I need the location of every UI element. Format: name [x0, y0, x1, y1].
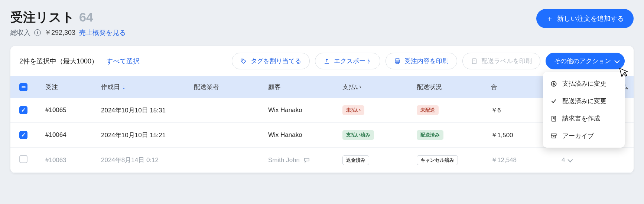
col-order[interactable]: 受注 [45, 83, 101, 91]
bulk-toolbar: 2件を選択中（最大1000） すべて選択 タグを割り当てる エクスポート 受注内… [10, 46, 634, 76]
shipping-badge: 配送済み [417, 130, 443, 140]
export-label: エクスポート [334, 57, 372, 65]
payment-badge: 支払い済み [342, 130, 374, 140]
customer-name: Wix Hanako [268, 131, 342, 139]
shipping-badge: 未配送 [417, 105, 439, 115]
add-order-button[interactable]: ＋ 新しい注文を追加する [536, 9, 634, 28]
print-icon [394, 58, 401, 65]
col-created[interactable]: 作成日 ↓ [101, 83, 194, 91]
sort-desc-icon: ↓ [122, 83, 126, 91]
select-all-checkbox[interactable] [19, 83, 27, 91]
menu-mark-shipped[interactable]: 配送済みに変更 [543, 92, 625, 110]
col-payment[interactable]: 支払い [342, 83, 417, 91]
tag-icon [240, 58, 247, 65]
menu-create-invoice[interactable]: 請求書を作成 [543, 110, 625, 127]
row-checkbox[interactable] [19, 155, 27, 163]
customer-name: Smith John [268, 157, 342, 164]
dollar-circle-icon [550, 80, 557, 87]
sales-overview-link[interactable]: 売上概要を見る [79, 28, 126, 37]
payment-badge: 未払い [342, 105, 364, 115]
order-number: #10065 [45, 106, 101, 114]
shipping-badge: キャンセル済み [417, 155, 458, 165]
table-row[interactable]: #100642024年10月10日 15:21Wix Hanako 支払い済み配… [10, 123, 634, 148]
more-actions-label: その他のアクション [554, 57, 611, 65]
chevron-down-icon [614, 58, 619, 63]
selection-count: 2件を選択中（最大1000） [19, 57, 98, 66]
created-date: 2024年10月10日 15:31 [101, 106, 194, 115]
menu-mark-shipped-label: 配送済みに変更 [562, 97, 606, 105]
comment-icon [303, 157, 310, 164]
menu-mark-paid-label: 支払済みに変更 [562, 79, 606, 88]
print-labels-label: 配送ラベルを印刷 [481, 57, 532, 65]
assign-tag-label: タグを割り当てる [251, 57, 301, 65]
subtitle-amount: ￥292,303 [45, 28, 75, 37]
order-number: #10063 [45, 157, 101, 164]
subtitle-label: 総収入 [10, 28, 30, 37]
table-row[interactable]: #100632024年8月14日 0:12Smith John 返金済みキャンセ… [10, 148, 634, 173]
order-total: ￥12,548 [491, 156, 562, 164]
print-orders-label: 受注内容を印刷 [404, 57, 449, 65]
export-button[interactable]: エクスポート [315, 53, 380, 69]
more-actions-button[interactable]: その他のアクション [546, 53, 625, 69]
customer-name: Wix Hanako [268, 106, 342, 114]
row-checkbox[interactable] [19, 131, 27, 139]
table-row[interactable]: #100652024年10月10日 15:31Wix Hanako 未払い未配送… [10, 98, 634, 123]
order-number: #10064 [45, 131, 101, 139]
svg-point-0 [242, 60, 243, 60]
menu-archive[interactable]: アーカイブ [543, 127, 625, 145]
check-icon [550, 98, 557, 105]
col-tags[interactable]: タ [628, 83, 644, 91]
print-orders-button[interactable]: 受注内容を印刷 [386, 53, 457, 69]
orders-card: 2件を選択中（最大1000） すべて選択 タグを割り当てる エクスポート 受注内… [10, 46, 634, 173]
payment-badge: 返金済み [342, 155, 369, 165]
page-count: 64 [79, 10, 93, 24]
add-order-label: 新しい注文を追加する [557, 14, 624, 23]
col-shipper[interactable]: 配送業者 [194, 83, 268, 91]
svg-rect-7 [551, 134, 556, 135]
more-actions-menu: 支払済みに変更 配送済みに変更 請求書を作成 アーカイブ [543, 72, 625, 148]
col-customer[interactable]: 顧客 [268, 83, 342, 91]
row-checkbox[interactable] [19, 106, 27, 114]
print-labels-button: 配送ラベルを印刷 [462, 53, 540, 69]
menu-mark-paid[interactable]: 支払済みに変更 [543, 75, 625, 92]
archive-icon [550, 133, 557, 139]
col-shipping[interactable]: 配送状況 [417, 83, 491, 91]
upload-icon [323, 58, 330, 65]
info-icon[interactable]: i [34, 29, 41, 36]
items-expand[interactable]: 4 [562, 157, 625, 164]
table-header: 受注 作成日 ↓ 配送業者 顧客 支払い 配送状況 合 ム タ [10, 76, 634, 98]
created-date: 2024年10月10日 15:21 [101, 131, 194, 139]
chevron-down-icon [568, 157, 573, 162]
label-icon [471, 58, 478, 65]
select-all-link[interactable]: すべて選択 [106, 57, 140, 66]
created-date: 2024年8月14日 0:12 [101, 156, 194, 164]
page-title: 受注リスト [10, 9, 75, 26]
menu-archive-label: アーカイブ [562, 132, 594, 140]
invoice-icon [550, 115, 557, 122]
svg-rect-4 [472, 59, 477, 64]
menu-create-invoice-label: 請求書を作成 [562, 114, 600, 123]
assign-tag-button[interactable]: タグを割り当てる [232, 53, 310, 69]
